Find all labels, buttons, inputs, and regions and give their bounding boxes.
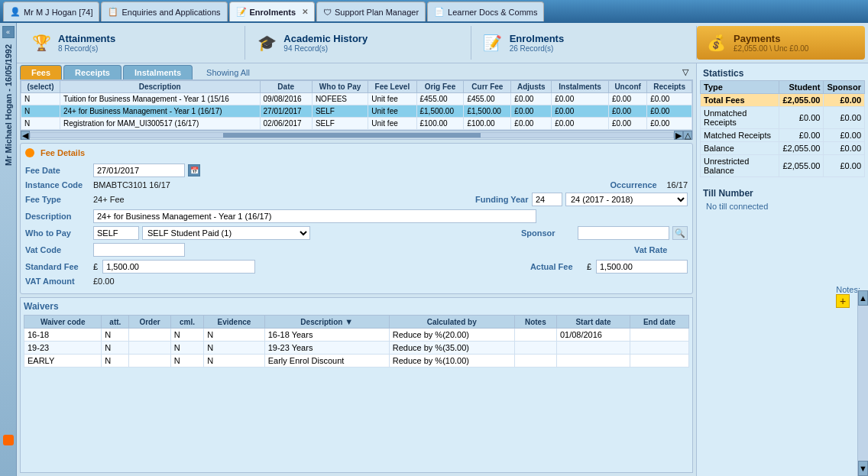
module-attainments[interactable]: 🏆 Attainments 8 Record(s) [20,26,245,60]
fee-date-row: Fee Date 📅 [25,164,688,177]
instance-code-label: Instance Code [25,180,90,189]
vat-rate-label: Vat Rate [634,245,688,254]
waiver-row[interactable]: EARLYNNNEarly Enrol DiscountReduce by %(… [24,355,689,368]
sponsor-input[interactable] [578,226,669,240]
instance-code-value: BMABTC3101 16/17 [93,180,170,189]
tab-learner[interactable]: 📄 Learner Docs & Comms [427,2,544,21]
payments-header[interactable]: 💰 Payments £2,055.00 \ Unc £0.00 [697,26,865,60]
scrollbar-thumb[interactable] [223,133,480,138]
col-date: Date [260,81,312,93]
who-to-pay-select[interactable]: SELF Student Paid (1) [142,226,310,240]
actual-fee-input[interactable] [596,260,688,274]
vat-code-input[interactable] [93,243,185,257]
tab-instalments[interactable]: Instalments [123,65,193,79]
showing-all-label: Showing All [200,66,256,79]
horizontal-scrollbar[interactable]: ◀ ▶ △ [20,131,693,140]
who-to-pay-code-input[interactable] [93,226,139,240]
col-wdescription: Description ▼ [264,316,389,329]
scrollbar-track[interactable] [30,132,674,138]
col-att: att. [102,316,129,329]
scroll-right-button[interactable]: ▶ [674,131,683,140]
who-to-pay-label: Who to Pay [25,228,90,238]
fees-row: Standard Fee £ Actual Fee £ [25,260,688,274]
fee-date-field: Fee Date 📅 [25,164,200,177]
description-input[interactable] [93,209,536,223]
tab-fees[interactable]: Fees [20,65,62,79]
standard-fee-field: Standard Fee £ [25,260,521,274]
funding-year-input[interactable] [532,193,562,206]
fee-details-dot [25,148,34,157]
learner-icon: 📄 [434,7,445,17]
notes-add-button[interactable]: + [836,294,850,308]
waivers-header-row: Waiver code att. Order cml. Evidence Des… [24,316,689,329]
content-area: 🏆 Attainments 8 Record(s) 🎓 Academic His… [17,23,868,476]
waiver-row[interactable]: 16-18NNN16-18 YearsReduce by %(20.00)01/… [24,329,689,342]
stats-row: Matched Receipts£0.00£0.00 [701,129,865,142]
fee-date-input[interactable] [93,164,185,177]
col-order: Order [129,316,170,329]
tab-person[interactable]: 👤 Mr M J Hogan [74] [3,2,99,21]
standard-fee-input[interactable] [102,260,255,274]
description-field: Description [25,209,688,223]
enrolments-icon: 📝 [481,31,505,55]
tab-support[interactable]: 🛡 Support Plan Manager [316,2,426,21]
fee-type-field: Fee Type 24+ Fee [25,193,466,206]
collapse-row-button[interactable]: △ [683,131,692,140]
sort-icon: ▼ [345,317,353,326]
occurrence-value: 16/17 [666,180,688,189]
fee-table-container: (select) Description Date Who to Pay Fee… [20,79,693,131]
till-title: Till Number [700,186,865,200]
sponsor-label: Sponsor [521,228,575,238]
fee-date-label: Fee Date [25,166,90,175]
payments-icon: 💰 [704,31,729,55]
vertical-scrollbar[interactable]: ▲ ▼ [857,290,868,476]
attainments-title: Attainments [58,33,115,44]
stats-row: Balance£2,055.00£0.00 [701,142,865,155]
enrolments-icon: 📝 [236,7,247,17]
sidebar-expand-button[interactable]: « [2,26,15,38]
scroll-left-button[interactable]: ◀ [21,131,30,140]
table-row[interactable]: N24+ for Business Management - Year 1 (1… [21,105,692,118]
who-sponsor-row: Who to Pay SELF Student Paid (1) Sponsor… [25,226,688,240]
col-select: (select) [21,81,60,93]
calendar-button[interactable]: 📅 [188,164,200,176]
actual-fee-currency: £ [587,262,591,271]
waiver-row[interactable]: 19-23NNN19-23 YearsReduce by %(35.00) [24,342,689,355]
funding-year-field: Funding Year 24 (2017 - 2018) [475,193,688,206]
table-row[interactable]: NTuition for Business Management - Year … [21,93,692,105]
module-headers: 🏆 Attainments 8 Record(s) 🎓 Academic His… [17,23,868,63]
module-enrolments[interactable]: 📝 Enrolments 26 Record(s) [471,26,697,60]
col-level: Fee Level [368,81,416,93]
fee-details-section: Fee Details Fee Date 📅 Instance Cod [20,143,693,294]
table-row[interactable]: NRegistration for MAM_UI300517 (16/17)02… [21,118,692,130]
waivers-table: Waiver code att. Order cml. Evidence Des… [24,315,689,368]
till-value: No till connected [700,200,865,212]
collapse-button[interactable]: ▽ [678,65,693,79]
col-orig: Orig Fee [416,81,464,93]
col-stat-type: Type [701,81,779,94]
support-icon: 🛡 [323,8,332,17]
funding-year-select[interactable]: 24 (2017 - 2018) [565,193,688,206]
scroll-down-button[interactable]: ▼ [858,461,868,476]
stats-row: Unrestricted Balance£2,055.00£0.00 [701,155,865,177]
module-academic[interactable]: 🎓 Academic History 94 Record(s) [245,26,471,60]
standard-fee-label: Standard Fee [25,262,90,271]
col-waiver-code: Waiver code [24,316,102,329]
description-row: Description [25,209,688,223]
sponsor-field: Sponsor 🔍 [521,226,688,240]
tab-enrolments[interactable]: 📝 Enrolments ✕ [229,2,316,21]
col-calculated: Calculated by [389,316,514,329]
col-inst: Instalments [552,81,609,93]
vat-amount-value: £0.00 [93,277,115,286]
tab-receipts[interactable]: Receipts [63,65,121,79]
fee-type-label: Fee Type [25,195,90,204]
scroll-up-button[interactable]: ▲ [858,290,868,306]
col-end-date: End date [630,316,689,329]
sidebar: « Mr Michael Hogan - 16/05/1992 [0,23,17,476]
col-description: Description [60,81,260,93]
close-icon[interactable]: ✕ [302,8,308,16]
fee-table: (select) Description Date Who to Pay Fee… [21,80,692,130]
vat-row: Vat Code Vat Rate [25,243,688,257]
sponsor-search-button[interactable]: 🔍 [672,226,688,240]
tab-enquiries[interactable]: 📋 Enquiries and Applications [101,2,227,21]
